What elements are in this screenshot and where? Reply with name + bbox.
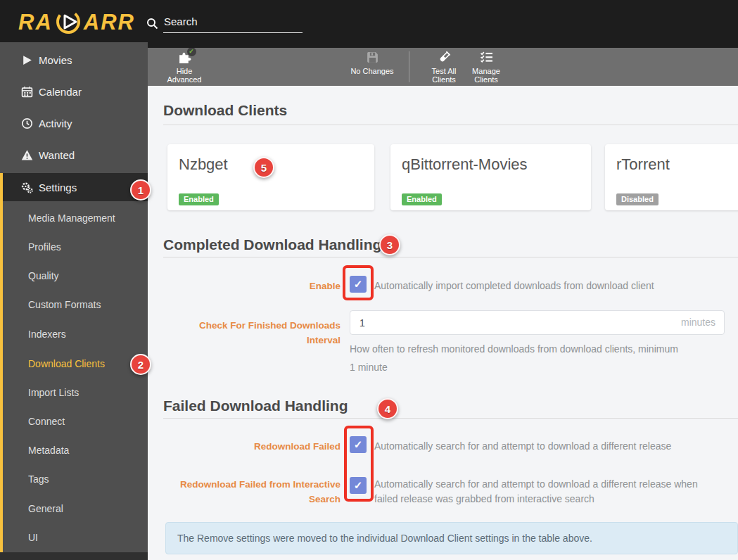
sidebar-item-ui[interactable]: UI <box>0 523 148 552</box>
logo-text-right: ARR <box>84 11 135 33</box>
redownload-failed-help: Automatically search for and attempt to … <box>374 439 733 454</box>
sidebar: Movies Calendar Activity <box>0 42 148 560</box>
sidebar-item-metadata[interactable]: Metadata <box>0 436 148 464</box>
sidebar-item-connect[interactable]: Connect <box>0 407 148 435</box>
sidebar-item-label: Movies <box>39 54 72 66</box>
annotation-circle-1: 1 <box>130 179 151 201</box>
client-card-nzbget[interactable]: Nzbget Enabled <box>167 144 374 210</box>
sidebar-item-label: Activity <box>39 117 72 129</box>
interval-unit: minutes <box>681 317 715 328</box>
sidebar-item-import-lists[interactable]: Import Lists <box>0 378 148 407</box>
sidebar-item-label: Calendar <box>39 86 82 98</box>
hide-advanced-button[interactable]: ✓ Hide Advanced <box>162 49 207 84</box>
sidebar-item-indexers[interactable]: Indexers <box>0 320 148 348</box>
sidebar-item-label: Settings <box>39 182 77 193</box>
status-badge: Enabled <box>179 193 219 205</box>
title-divider <box>163 125 738 125</box>
enable-help: Automatically import completed downloads… <box>374 279 726 293</box>
enable-label: Enable <box>163 279 341 293</box>
status-badge: Disabled <box>616 193 659 205</box>
active-section-accent-bar <box>0 173 3 552</box>
annotation-box-enable <box>343 265 374 300</box>
sidebar-item-movies[interactable]: Movies <box>0 46 148 74</box>
client-name: Nzbget <box>179 155 228 174</box>
test-tube-icon <box>438 51 451 64</box>
client-name: rTorrent <box>616 155 670 174</box>
sidebar-item-label: Wanted <box>39 149 75 161</box>
sidebar-item-settings[interactable]: Settings <box>0 173 148 201</box>
settings-content: Download Clients Nzbget Enabled qBittorr… <box>148 86 738 560</box>
clock-icon <box>21 117 33 129</box>
redownload-failed-label: Redownload Failed <box>163 439 341 454</box>
section-divider <box>163 418 738 419</box>
completed-download-handling-title: Completed Download Handling <box>163 236 381 253</box>
checklist-icon <box>480 51 493 64</box>
logo-text-left: RA <box>18 11 53 33</box>
floppy-save-icon <box>366 51 379 64</box>
client-card-qbittorrent-movies[interactable]: qBittorrent-Movies Enabled <box>390 144 591 210</box>
annotation-circle-3: 3 <box>379 234 400 255</box>
section-divider <box>163 257 738 257</box>
sidebar-item-media-management[interactable]: Media Management <box>0 204 148 232</box>
annotation-circle-5: 5 <box>253 157 274 178</box>
sidebar-item-profiles[interactable]: Profiles <box>0 233 148 261</box>
gears-icon <box>21 182 33 193</box>
test-all-clients-button[interactable]: Test All Clients <box>421 49 466 84</box>
failed-download-handling-title: Failed Download Handling <box>163 397 348 414</box>
redownload-interactive-help: Automatically search for and attempt to … <box>374 477 708 507</box>
search-input[interactable] <box>163 13 303 33</box>
annotation-box-failed-checkboxes <box>344 426 374 502</box>
advanced-check-badge-icon: ✓ <box>187 47 196 56</box>
sidebar-item-general[interactable]: General <box>0 495 148 523</box>
annotation-circle-2: 2 <box>130 354 151 375</box>
radarr-logo[interactable]: RA ARR <box>18 7 135 37</box>
sidebar-item-calendar[interactable]: Calendar <box>0 77 148 106</box>
manage-clients-button[interactable]: Manage Clients <box>464 49 509 84</box>
warning-icon <box>21 149 33 161</box>
play-logo-icon <box>54 8 82 36</box>
calendar-icon <box>21 86 33 98</box>
interval-field: minutes <box>350 310 725 335</box>
search-box <box>146 13 305 34</box>
sidebar-item-activity[interactable]: Activity <box>0 109 148 137</box>
status-badge: Enabled <box>402 193 442 205</box>
sidebar-item-wanted[interactable]: Wanted <box>0 141 148 169</box>
client-name: qBittorrent-Movies <box>402 155 528 174</box>
play-icon <box>21 54 33 66</box>
top-bar: RA ARR <box>0 0 738 48</box>
toolbar-separator <box>409 51 409 82</box>
sidebar-item-download-clients[interactable]: Download Clients <box>0 350 148 378</box>
sidebar-bottom-strip <box>0 552 148 560</box>
save-changes-button[interactable]: No Changes <box>350 49 395 84</box>
interval-label: Check For Finished Downloads Interval <box>163 318 341 348</box>
radarr-window: RA ARR Movies <box>0 0 738 560</box>
redownload-interactive-label: Redownload Failed from Interactive Searc… <box>163 477 341 507</box>
client-card-rtorrent[interactable]: rTorrent Disabled <box>605 144 738 210</box>
search-icon <box>146 18 158 30</box>
page-title: Download Clients <box>163 102 287 119</box>
annotation-circle-4: 4 <box>377 398 398 419</box>
interval-help: How often to refresh monitored downloads… <box>350 340 680 376</box>
page-toolbar: ✓ Hide Advanced No Changes <box>148 48 738 86</box>
notice-banner: The Remove settings were moved to the in… <box>165 522 738 554</box>
sidebar-item-custom-formats[interactable]: Custom Formats <box>0 291 148 319</box>
interval-input[interactable] <box>350 310 725 335</box>
sidebar-item-tags[interactable]: Tags <box>0 465 148 493</box>
notice-text: The Remove settings were moved to the in… <box>177 533 592 544</box>
sidebar-item-quality[interactable]: Quality <box>0 262 148 290</box>
